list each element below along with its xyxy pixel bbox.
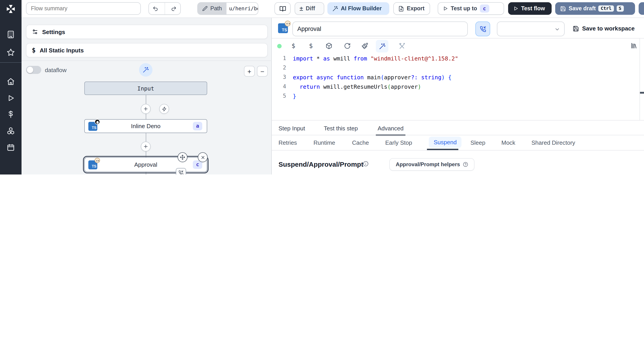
step-editor-panel: TS Save to workspace $ $ 1 2 3 bbox=[272, 17, 644, 174]
save-draft-button[interactable]: Save draft Ctrl S bbox=[555, 2, 635, 15]
subtabs-divider bbox=[272, 150, 644, 151]
step-title-input[interactable] bbox=[292, 21, 468, 36]
tab-test-this-step[interactable]: Test this step bbox=[322, 122, 360, 134]
wand-sparkles-icon bbox=[142, 67, 149, 73]
phone-incoming-icon bbox=[480, 26, 486, 32]
editor-overview-ruler-mark bbox=[640, 92, 644, 94]
variables-icon[interactable] bbox=[7, 110, 15, 118]
save-draft-label: Save draft bbox=[569, 5, 596, 12]
export-button[interactable]: Export bbox=[393, 2, 430, 15]
suspend-heading: Suspend/Approval/Prompt bbox=[278, 160, 363, 168]
suspend-phone-toggle-button[interactable] bbox=[476, 21, 490, 36]
home-icon[interactable] bbox=[7, 77, 15, 86]
ai-flow-builder-label: AI Flow Builder bbox=[341, 5, 382, 12]
format-paintbrush-icon[interactable] bbox=[362, 42, 368, 49]
workspace-icon[interactable] bbox=[7, 30, 15, 38]
info-icon[interactable] bbox=[363, 161, 369, 167]
tab-step-input[interactable]: Step Input bbox=[277, 122, 307, 134]
all-static-inputs-button[interactable]: $ All Static Inputs bbox=[26, 43, 268, 57]
kbd-s: S bbox=[616, 5, 624, 12]
flow-node-input[interactable]: Input bbox=[84, 81, 207, 95]
favorites-star-icon[interactable] bbox=[7, 48, 15, 56]
docs-book-button[interactable] bbox=[274, 2, 290, 15]
ai-flow-builder-button[interactable]: AI Flow Builder bbox=[328, 2, 389, 15]
ai-assist-wand-button-active[interactable] bbox=[376, 40, 388, 52]
all-static-inputs-label: All Static Inputs bbox=[40, 47, 84, 53]
flow-summary-input[interactable] bbox=[26, 2, 141, 15]
code-editor[interactable]: 1 2 3 4 5 import * as wmill from "windmi… bbox=[272, 52, 640, 120]
runs-icon[interactable] bbox=[7, 94, 15, 102]
undo-button[interactable] bbox=[149, 5, 162, 11]
add-step-button[interactable] bbox=[141, 104, 151, 114]
line-number: 1 bbox=[275, 54, 286, 63]
flow-node-approval-selected[interactable]: TS Approval c bbox=[84, 157, 207, 172]
tag-select-dropdown[interactable] bbox=[497, 21, 564, 36]
path-label: Path bbox=[210, 5, 222, 12]
subtab-sleep[interactable]: Sleep bbox=[470, 139, 486, 146]
save-to-workspace-button[interactable]: Save to workspace bbox=[573, 25, 634, 32]
resources-cubes-icon[interactable] bbox=[7, 127, 15, 135]
subtab-early-stop[interactable]: Early Stop bbox=[385, 139, 412, 146]
rail-divider bbox=[0, 62, 22, 63]
top-toolbar: Path u/henri/bes ± Diff AI Flow Builder … bbox=[22, 0, 644, 18]
zoom-in-button[interactable]: + bbox=[244, 66, 255, 77]
lsp-status-dot bbox=[277, 44, 282, 48]
delete-node-button[interactable] bbox=[198, 152, 208, 162]
line-number: 3 bbox=[275, 73, 286, 82]
library-icon[interactable] bbox=[630, 42, 638, 49]
diff-button[interactable]: ± Diff bbox=[295, 2, 324, 15]
wand-sparkles-icon bbox=[332, 5, 338, 11]
line-number: 5 bbox=[275, 91, 286, 101]
move-node-button[interactable] bbox=[178, 152, 188, 162]
code-tabs-divider bbox=[272, 120, 644, 120]
subtab-cache[interactable]: Cache bbox=[352, 139, 369, 146]
variables-dollar-icon[interactable]: $ bbox=[309, 42, 313, 49]
approval-node-label: Approval bbox=[134, 161, 158, 168]
play-icon bbox=[513, 6, 518, 11]
windmill-logo[interactable] bbox=[6, 3, 16, 14]
tabs-divider bbox=[272, 135, 644, 135]
add-step-button[interactable] bbox=[141, 142, 151, 151]
flow-settings-button[interactable]: Settings bbox=[26, 25, 268, 39]
subtab-runtime[interactable]: Runtime bbox=[314, 139, 335, 146]
subtab-suspend-active[interactable]: Suspend bbox=[429, 137, 462, 148]
subtab-retries[interactable]: Retries bbox=[278, 139, 297, 146]
approval-prompt-helpers-button[interactable]: Approval/Prompt helpers bbox=[389, 158, 474, 171]
helpers-button-label: Approval/Prompt helpers bbox=[396, 161, 460, 168]
sparkles-off-icon[interactable] bbox=[398, 42, 405, 49]
deno-step-id-badge: a bbox=[193, 122, 202, 130]
windmill-flow-editor: Path u/henri/bes ± Diff AI Flow Builder … bbox=[0, 0, 644, 174]
pencil-icon bbox=[202, 6, 208, 11]
dataflow-toggle[interactable] bbox=[26, 66, 41, 74]
test-flow-button[interactable]: Test flow bbox=[508, 2, 552, 15]
subtab-shared-directory[interactable]: Shared Directory bbox=[532, 139, 575, 146]
reload-icon[interactable] bbox=[344, 42, 351, 49]
save-icon bbox=[573, 25, 579, 31]
test-up-to-label: Test up to bbox=[451, 5, 477, 12]
flow-settings-label: Settings bbox=[42, 28, 65, 35]
package-icon[interactable] bbox=[326, 42, 332, 49]
suspend-phone-incoming-badge[interactable] bbox=[176, 168, 186, 174]
code-line-5: } bbox=[293, 91, 296, 101]
bun-runtime-icon bbox=[95, 158, 100, 163]
test-up-to-button[interactable]: Test up to c bbox=[438, 2, 504, 15]
tab-advanced-active[interactable]: Advanced bbox=[376, 122, 406, 136]
add-trigger-bolt-button[interactable] bbox=[159, 104, 169, 114]
play-icon bbox=[443, 6, 448, 11]
subtab-mock[interactable]: Mock bbox=[502, 139, 515, 146]
undo-redo-divider bbox=[164, 3, 165, 14]
undo-redo-group bbox=[148, 2, 181, 15]
redo-button[interactable] bbox=[168, 5, 180, 11]
flow-node-inline-deno[interactable]: TS Inline Deno a bbox=[84, 119, 207, 133]
path-button[interactable]: Path u/henri/bes bbox=[197, 2, 258, 15]
schedules-calendar-icon[interactable] bbox=[7, 143, 15, 151]
path-value: u/henri/bes bbox=[229, 5, 258, 12]
export-label: Export bbox=[407, 5, 424, 12]
editor-scrollbar-gutter bbox=[640, 38, 640, 120]
zoom-out-button[interactable]: − bbox=[257, 66, 268, 77]
assets-dollar-icon[interactable]: $ bbox=[292, 42, 295, 49]
deploy-button-partial[interactable] bbox=[638, 2, 644, 15]
line-number: 2 bbox=[275, 63, 286, 73]
ai-graph-wand-button[interactable] bbox=[139, 63, 152, 77]
test-up-to-step-badge: c bbox=[480, 4, 489, 13]
